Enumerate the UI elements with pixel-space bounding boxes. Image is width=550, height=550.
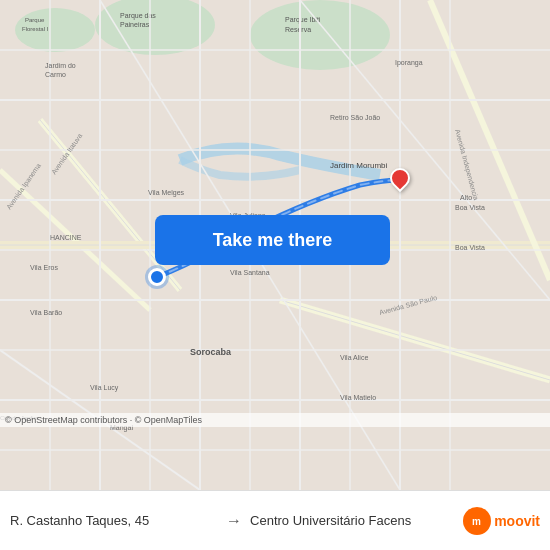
svg-text:Vila Melges: Vila Melges: [148, 189, 185, 197]
svg-text:Parque: Parque: [25, 17, 45, 23]
svg-text:Vila Alice: Vila Alice: [340, 354, 368, 361]
svg-text:Vila Eros: Vila Eros: [30, 264, 58, 271]
svg-text:Jardim do: Jardim do: [45, 62, 76, 69]
svg-text:Vila Lucy: Vila Lucy: [90, 384, 119, 392]
svg-text:Reserva: Reserva: [285, 26, 311, 33]
svg-text:Parque das: Parque das: [120, 12, 156, 20]
moovit-icon-svg: m: [468, 512, 486, 530]
svg-text:HANCINE: HANCINE: [50, 234, 82, 241]
map-attribution: © OpenStreetMap contributors · © OpenMap…: [0, 413, 550, 427]
svg-text:Alto: Alto: [460, 194, 472, 201]
route-from-label: R. Castanho Taques, 45: [10, 513, 218, 528]
route-to-label: Centro Universitário Facens: [250, 513, 458, 528]
svg-text:m: m: [472, 516, 481, 527]
svg-text:Florestal I: Florestal I: [22, 26, 49, 32]
svg-text:Parque Ibiti: Parque Ibiti: [285, 16, 321, 24]
svg-text:Retiro São João: Retiro São João: [330, 114, 380, 121]
take-me-there-button[interactable]: Take me there: [155, 215, 390, 265]
bottom-navigation-bar: R. Castanho Taques, 45 → Centro Universi…: [0, 490, 550, 550]
svg-text:Jardim Morumbi: Jardim Morumbi: [330, 161, 388, 170]
map-container: Parque das Paineiras Parque Ibiti Reserv…: [0, 0, 550, 490]
route-arrow-icon: →: [226, 512, 242, 530]
svg-text:Boa Vista: Boa Vista: [455, 244, 485, 251]
svg-text:Carmo: Carmo: [45, 71, 66, 78]
svg-text:Paineiras: Paineiras: [120, 21, 150, 28]
moovit-logo: m moovit: [458, 507, 540, 535]
svg-text:Iporanga: Iporanga: [395, 59, 423, 67]
moovit-text-label: moovit: [494, 513, 540, 529]
svg-point-4: [250, 0, 390, 70]
destination-pin: [390, 168, 410, 188]
svg-text:Boa Vista: Boa Vista: [455, 204, 485, 211]
svg-text:Vila Santana: Vila Santana: [230, 269, 270, 276]
svg-text:Vila Barão: Vila Barão: [30, 309, 62, 316]
svg-text:Vila Matielo: Vila Matielo: [340, 394, 376, 401]
moovit-icon: m: [463, 507, 491, 535]
svg-text:Sorocaba: Sorocaba: [190, 347, 232, 357]
current-location-marker: [148, 268, 166, 286]
